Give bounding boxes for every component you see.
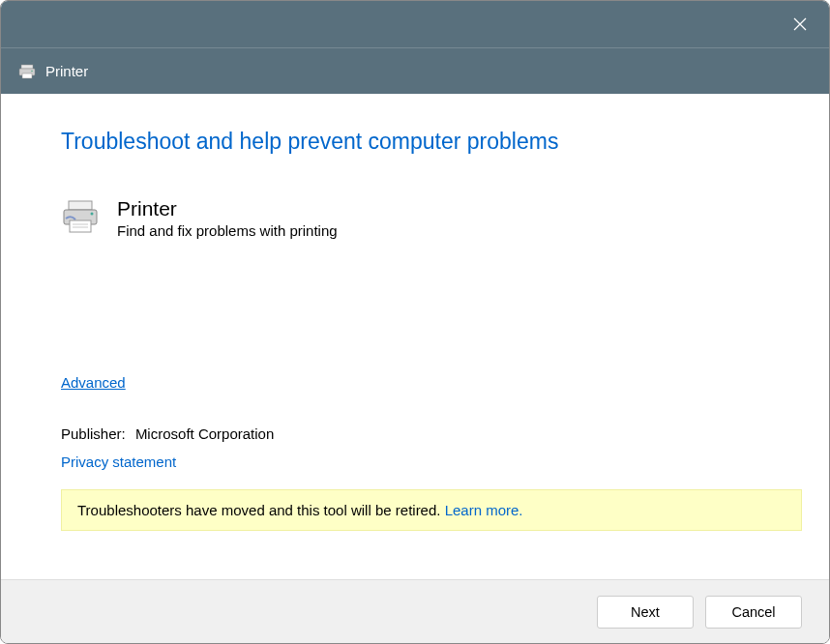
footer: Next Cancel: [1, 579, 829, 643]
notice-text: Troubleshooters have moved and this tool…: [77, 502, 445, 518]
privacy-statement-link[interactable]: Privacy statement: [61, 454, 176, 470]
printer-small-icon: [18, 63, 36, 80]
close-icon: [792, 16, 808, 32]
publisher-value: Microsoft Corporation: [135, 425, 274, 442]
close-button[interactable]: [788, 13, 812, 36]
svg-point-11: [91, 213, 94, 216]
cancel-button[interactable]: Cancel: [705, 596, 802, 629]
page-title: Troubleshoot and help prevent computer p…: [61, 129, 769, 155]
publisher-row: Publisher: Microsoft Corporation: [61, 425, 769, 442]
subheader: Printer: [1, 47, 829, 94]
svg-rect-8: [70, 220, 91, 232]
svg-rect-2: [21, 65, 33, 69]
content-area: Troubleshoot and help prevent computer p…: [1, 94, 829, 579]
publisher-label: Publisher:: [61, 425, 126, 442]
next-button[interactable]: Next: [597, 596, 694, 629]
svg-rect-6: [69, 201, 92, 210]
svg-point-5: [31, 70, 33, 72]
retirement-notice: Troubleshooters have moved and this tool…: [61, 489, 802, 531]
troubleshooter-header: Printer Find and fix problems with print…: [61, 197, 769, 239]
svg-rect-4: [22, 73, 32, 78]
titlebar: [1, 1, 829, 47]
troubleshooter-name: Printer: [117, 197, 338, 220]
troubleshooter-text: Printer Find and fix problems with print…: [117, 197, 338, 239]
learn-more-link[interactable]: Learn more.: [445, 502, 523, 518]
window-title: Printer: [45, 63, 88, 79]
troubleshooter-description: Find and fix problems with printing: [117, 222, 338, 239]
printer-icon: [61, 197, 100, 236]
advanced-link[interactable]: Advanced: [61, 374, 126, 391]
